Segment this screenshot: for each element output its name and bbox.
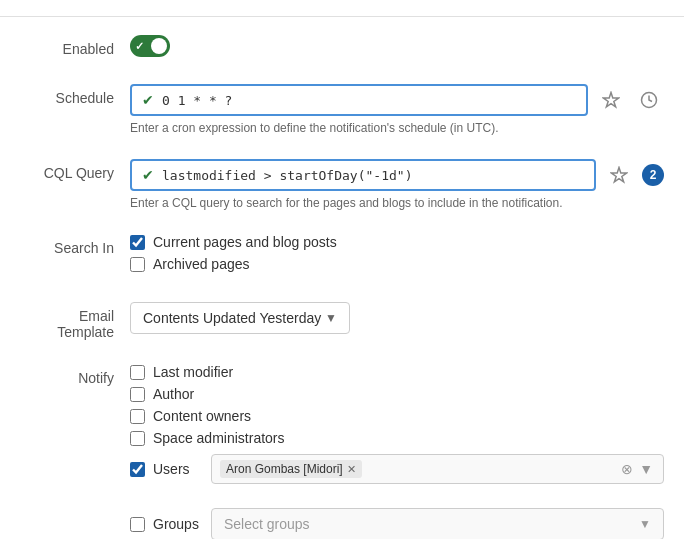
notify-option1-row: Last modifier [130, 364, 664, 380]
search-option2-row: Archived pages [130, 256, 664, 272]
groups-label [20, 508, 130, 514]
toggle-check-icon: ✓ [135, 40, 144, 53]
notify-author-checkbox[interactable] [130, 387, 145, 402]
groups-chevron-icon: ▼ [639, 517, 651, 531]
schedule-input-row: ✔ 0 1 * * ? [130, 84, 664, 116]
users-row: Users Aron Gombas [Midori] ✕ ⊗ ▼ [130, 454, 664, 484]
search-option1-label[interactable]: Current pages and blog posts [153, 234, 337, 250]
search-option2-label[interactable]: Archived pages [153, 256, 250, 272]
email-template-chevron-icon: ▼ [325, 311, 337, 325]
notify-option4-row: Space administrators [130, 430, 664, 446]
email-template-dropdown[interactable]: Contents Updated Yesterday ▼ [130, 302, 350, 334]
cql-magic-button[interactable] [604, 160, 634, 190]
notify-label: Notify [20, 364, 130, 386]
schedule-content: ✔ 0 1 * * ? Enter a cron expression to d… [130, 84, 664, 135]
notify-content: Last modifier Author Content owners Spac… [130, 364, 664, 484]
email-template-label: Email Template [20, 302, 130, 340]
cql-content: ✔ lastmodified > startOfDay("-1d") 2 Ent… [130, 159, 664, 210]
search-option1-row: Current pages and blog posts [130, 234, 664, 250]
cql-badge: 2 [642, 164, 664, 186]
users-controls: ⊗ ▼ [619, 459, 655, 479]
groups-inner-row: Groups Select groups ▼ [130, 508, 664, 539]
users-field[interactable]: Aron Gombas [Midori] ✕ ⊗ ▼ [211, 454, 664, 484]
cql-row: CQL Query ✔ lastmodified > startOfDay("-… [0, 149, 684, 220]
notify-users-label[interactable]: Users [153, 461, 203, 477]
search-in-content: Current pages and blog posts Archived pa… [130, 234, 664, 278]
notify-last-modifier-checkbox[interactable] [130, 365, 145, 380]
schedule-check-icon: ✔ [142, 92, 154, 108]
cql-label: CQL Query [20, 159, 130, 181]
groups-content: Groups Select groups ▼ [130, 508, 664, 539]
enabled-content: ✓ [130, 35, 664, 60]
notify-row: Notify Last modifier Author Content owne… [0, 354, 684, 494]
notify-content-owners-checkbox[interactable] [130, 409, 145, 424]
enabled-label: Enabled [20, 35, 130, 57]
schedule-label: Schedule [20, 84, 130, 106]
search-in-row: Search In Current pages and blog posts A… [0, 224, 684, 288]
users-clear-button[interactable]: ⊗ [619, 459, 635, 479]
schedule-hint: Enter a cron expression to define the no… [130, 121, 664, 135]
cql-field[interactable]: ✔ lastmodified > startOfDay("-1d") [130, 159, 596, 191]
search-option1-checkbox[interactable] [130, 235, 145, 250]
notify-option3-row: Content owners [130, 408, 664, 424]
enabled-row: Enabled ✓ [0, 25, 684, 70]
cql-value: lastmodified > startOfDay("-1d") [162, 168, 412, 183]
groups-row: Groups Select groups ▼ [0, 498, 684, 539]
email-template-content: Contents Updated Yesterday ▼ [130, 302, 664, 334]
notify-option2-row: Author [130, 386, 664, 402]
notify-content-owners-label[interactable]: Content owners [153, 408, 251, 424]
search-option2-checkbox[interactable] [130, 257, 145, 272]
groups-checkbox[interactable] [130, 517, 145, 532]
enabled-toggle[interactable]: ✓ [130, 35, 170, 57]
schedule-clock-button[interactable] [634, 85, 664, 115]
email-template-row: Email Template Contents Updated Yesterda… [0, 292, 684, 350]
notify-author-label[interactable]: Author [153, 386, 194, 402]
notify-users-checkbox[interactable] [130, 462, 145, 477]
user-tag-text: Aron Gombas [Midori] [226, 462, 343, 476]
schedule-field[interactable]: ✔ 0 1 * * ? [130, 84, 588, 116]
notify-last-modifier-label[interactable]: Last modifier [153, 364, 233, 380]
user-tag: Aron Gombas [Midori] ✕ [220, 460, 362, 478]
groups-placeholder: Select groups [224, 516, 310, 532]
notify-space-admins-checkbox[interactable] [130, 431, 145, 446]
users-expand-button[interactable]: ▼ [637, 459, 655, 479]
schedule-row: Schedule ✔ 0 1 * * ? Enter a cron expres… [0, 74, 684, 145]
user-tag-remove-icon[interactable]: ✕ [347, 463, 356, 476]
groups-checkbox-label[interactable]: Groups [153, 516, 203, 532]
search-in-label: Search In [20, 234, 130, 256]
email-template-value: Contents Updated Yesterday [143, 310, 321, 326]
notify-space-admins-label[interactable]: Space administrators [153, 430, 285, 446]
groups-select[interactable]: Select groups ▼ [211, 508, 664, 539]
cql-check-icon: ✔ [142, 167, 154, 183]
schedule-magic-button[interactable] [596, 85, 626, 115]
toggle-container: ✓ [130, 35, 170, 57]
cql-hint: Enter a CQL query to search for the page… [130, 196, 664, 210]
cql-input-row: ✔ lastmodified > startOfDay("-1d") 2 [130, 159, 664, 191]
schedule-value: 0 1 * * ? [162, 93, 232, 108]
